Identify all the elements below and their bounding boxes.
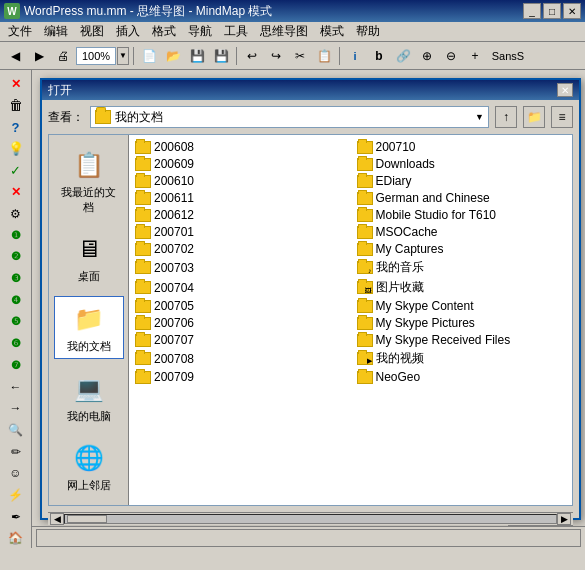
list-item[interactable]: 200611 [133,190,347,206]
sidebar-num6[interactable]: ❻ [5,334,27,354]
sidebar-x-icon[interactable]: ✕ [5,182,27,202]
menu-view[interactable]: 视图 [74,21,110,42]
list-item[interactable]: My Captures [355,241,569,257]
undo-button[interactable]: ↩ [241,45,263,67]
list-item[interactable]: 200701 [133,224,347,240]
sidebar-trash-icon[interactable]: 🗑 [5,96,27,116]
nav-recent-docs[interactable]: 📋 我最近的文档 [54,143,124,219]
list-item[interactable]: Mobile Studio for T610 [355,207,569,223]
list-item[interactable]: 200709 [133,369,347,385]
menu-insert[interactable]: 插入 [110,21,146,42]
copy-button[interactable]: 📋 [313,45,335,67]
sidebar-home-icon[interactable]: 🏠 [5,528,27,548]
list-item[interactable]: 200610 [133,173,347,189]
sidebar-num4[interactable]: ❹ [5,290,27,310]
scrollbar-thumb[interactable] [67,515,107,523]
list-item[interactable]: EDiary [355,173,569,189]
expand-button[interactable]: + [464,45,486,67]
nav-network[interactable]: 🌐 网上邻居 [54,436,124,497]
menu-file[interactable]: 文件 [2,21,38,42]
sidebar-num5[interactable]: ❺ [5,312,27,332]
font-box[interactable]: SansS [488,45,528,67]
list-item[interactable]: 🖼 图片收藏 [355,278,569,297]
sidebar-num3[interactable]: ❸ [5,269,27,289]
list-item[interactable]: 200710 [355,139,569,155]
nav-up-button[interactable]: ↑ [495,106,517,128]
sidebar-arrow-left[interactable]: ← [5,377,27,397]
list-item[interactable]: 200707 [133,332,347,348]
node-remove[interactable]: ⊖ [440,45,462,67]
folder-icon [357,317,373,330]
sidebar-zoom-icon[interactable]: 🔍 [5,420,27,440]
list-item[interactable]: MSOCache [355,224,569,240]
sidebar-gear-icon[interactable]: ⚙ [5,204,27,224]
menu-edit[interactable]: 编辑 [38,21,74,42]
zoom-input[interactable]: 100% [76,47,116,65]
list-item[interactable]: 200705 [133,298,347,314]
sidebar-close-icon[interactable]: ✕ [5,74,27,94]
info-button[interactable]: i [344,45,366,67]
new-button[interactable]: 📄 [138,45,160,67]
nav-desktop[interactable]: 🖥 桌面 [54,227,124,288]
list-item[interactable]: ♪ 我的音乐 [355,258,569,277]
scroll-right-button[interactable]: ▶ [557,513,571,525]
list-item[interactable]: My Skype Pictures [355,315,569,331]
menu-mode[interactable]: 模式 [314,21,350,42]
nav-create-folder[interactable]: 📁 [523,106,545,128]
list-item[interactable]: Downloads [355,156,569,172]
list-item[interactable]: My Skype Content [355,298,569,314]
list-item[interactable]: German and Chinese [355,190,569,206]
menu-tools[interactable]: 工具 [218,21,254,42]
sidebar-arrow-right[interactable]: → [5,399,27,419]
list-item[interactable]: 200704 [133,278,347,297]
menu-mindmap[interactable]: 思维导图 [254,21,314,42]
sidebar-num1[interactable]: ❶ [5,225,27,245]
nav-view-toggle[interactable]: ≡ [551,106,573,128]
list-item[interactable]: 200608 [133,139,347,155]
link-button[interactable]: 🔗 [392,45,414,67]
list-item[interactable]: 200612 [133,207,347,223]
sidebar-pencil-icon[interactable]: ✏ [5,442,27,462]
maximize-button[interactable]: □ [543,3,561,19]
zoom-dropdown[interactable]: ▼ [117,47,129,65]
sidebar-flash-icon[interactable]: ⚡ [5,485,27,505]
minimize-button[interactable]: _ [523,3,541,19]
open-button[interactable]: 📂 [162,45,184,67]
list-item[interactable]: ▶ 我的视频 [355,349,569,368]
save-all-button[interactable]: 💾 [210,45,232,67]
list-item[interactable]: 200702 [133,241,347,257]
scroll-left-button[interactable]: ◀ [50,513,64,525]
redo-button[interactable]: ↪ [265,45,287,67]
back-button[interactable]: ◀ [4,45,26,67]
print-button[interactable]: 🖨 [52,45,74,67]
list-item[interactable]: NeoGeo [355,369,569,385]
save-button[interactable]: 💾 [186,45,208,67]
sidebar-check-icon[interactable]: ✓ [5,161,27,181]
scrollbar-track[interactable] [64,514,557,524]
list-item[interactable]: 200706 [133,315,347,331]
dialog-close-button[interactable]: ✕ [557,83,573,97]
nav-my-docs[interactable]: 📁 我的文档 [54,296,124,359]
sidebar-edit-icon[interactable]: ✒ [5,507,27,527]
nav-my-computer[interactable]: 💻 我的电脑 [54,367,124,428]
close-button[interactable]: ✕ [563,3,581,19]
list-item[interactable]: My Skype Received Files [355,332,569,348]
node-add[interactable]: ⊕ [416,45,438,67]
list-item[interactable]: 200708 [133,349,347,368]
horizontal-scrollbar[interactable]: ◀ ▶ [48,512,573,525]
sidebar-help-icon[interactable]: ? [5,117,27,137]
sidebar-smile-icon[interactable]: ☺ [5,464,27,484]
sidebar-bulb-icon[interactable]: 💡 [5,139,27,159]
forward-button[interactable]: ▶ [28,45,50,67]
cut-button[interactable]: ✂ [289,45,311,67]
sidebar-num7[interactable]: ❼ [5,355,27,375]
menu-help[interactable]: 帮助 [350,21,386,42]
menu-nav[interactable]: 导航 [182,21,218,42]
menu-format[interactable]: 格式 [146,21,182,42]
list-item[interactable]: 200703 [133,258,347,277]
bold-button[interactable]: b [368,45,390,67]
list-item[interactable]: 200609 [133,156,347,172]
sidebar-num2[interactable]: ❷ [5,247,27,267]
lookin-select[interactable]: 我的文档 ▼ [90,106,489,128]
window-controls[interactable]: _ □ ✕ [523,3,581,19]
